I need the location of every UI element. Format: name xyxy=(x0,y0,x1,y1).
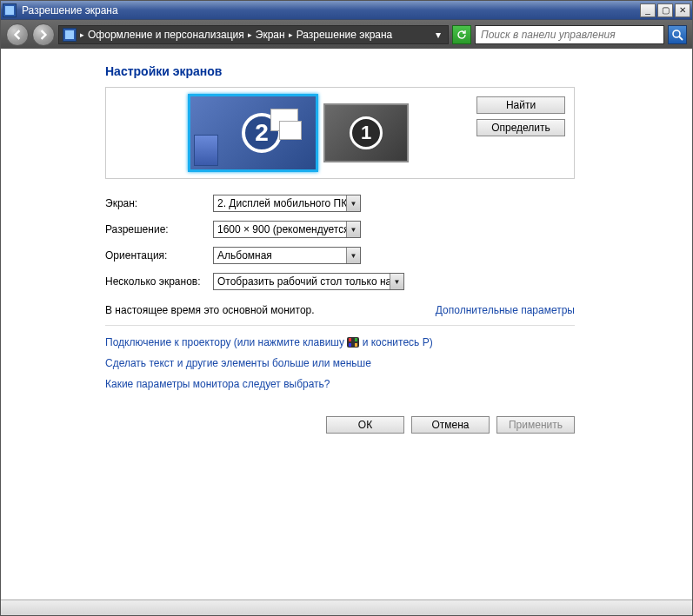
breadcrumb-seg-3[interactable]: Разрешение экрана xyxy=(297,29,393,41)
monitor-1-number: 1 xyxy=(350,116,383,149)
svg-point-0 xyxy=(673,30,680,37)
search-button[interactable] xyxy=(668,25,687,44)
search-input[interactable] xyxy=(479,28,660,42)
resolution-select[interactable]: 1600 × 900 (рекомендуется) ▼ xyxy=(213,221,361,238)
monitor-taskbar-icon xyxy=(194,135,218,166)
window-titlebar: Разрешение экрана _ ▢ ✕ xyxy=(1,1,692,20)
app-icon xyxy=(3,3,17,17)
ok-button[interactable]: ОК xyxy=(326,416,404,434)
dropdown-arrow-icon: ▼ xyxy=(346,222,360,237)
orientation-select[interactable]: Альбомная ▼ xyxy=(213,247,361,264)
breadcrumb-arrow-icon: ▸ xyxy=(248,30,252,39)
back-button[interactable] xyxy=(6,23,29,46)
breadcrumb-arrow-icon: ▸ xyxy=(80,30,84,39)
status-bar xyxy=(1,599,692,615)
monitor-1[interactable]: 1 xyxy=(323,103,409,162)
dropdown-arrow-icon: ▼ xyxy=(346,248,360,263)
control-panel-icon xyxy=(63,28,77,42)
monitor-windows-icon xyxy=(270,109,309,147)
svg-line-1 xyxy=(679,36,683,40)
content-area: Настройки экранов 2 1 Найти Определить Э… xyxy=(1,49,692,599)
dropdown-arrow-icon: ▼ xyxy=(390,274,403,289)
close-button[interactable]: ✕ xyxy=(675,3,690,17)
resolution-select-value: 1600 × 900 (рекомендуется) xyxy=(217,223,346,235)
breadcrumb-arrow-icon: ▸ xyxy=(289,30,293,39)
text-size-link[interactable]: Сделать текст и другие элементы больше и… xyxy=(105,357,371,369)
detect-button[interactable]: Определить xyxy=(476,119,565,136)
search-box[interactable] xyxy=(475,25,664,44)
find-button[interactable]: Найти xyxy=(476,96,565,114)
resolution-label: Разрешение: xyxy=(105,223,213,235)
address-dropdown-icon[interactable]: ▾ xyxy=(432,29,444,41)
windows-key-icon xyxy=(347,337,359,348)
orientation-select-value: Альбомная xyxy=(217,249,346,262)
monitor-2[interactable]: 2 xyxy=(188,94,318,172)
display-select-value: 2. Дисплей мобильного ПК xyxy=(217,197,346,209)
primary-monitor-status: В настоящее время это основной монитор. xyxy=(105,304,315,316)
breadcrumb-seg-1[interactable]: Оформление и персонализация xyxy=(88,29,244,41)
multi-display-select[interactable]: Отобразить рабочий стол только на 2 ▼ xyxy=(213,273,404,290)
projector-link[interactable]: Подключение к проектору (или нажмите кла… xyxy=(105,336,433,348)
dropdown-arrow-icon: ▼ xyxy=(346,195,360,211)
projector-link-text-post: и коснитесь P) xyxy=(359,336,432,348)
multi-display-select-value: Отобразить рабочий стол только на 2 xyxy=(217,275,390,288)
minimize-button[interactable]: _ xyxy=(640,3,656,17)
refresh-button[interactable] xyxy=(452,25,471,44)
address-bar[interactable]: ▸ Оформление и персонализация ▸ Экран ▸ … xyxy=(58,25,449,44)
projector-link-text-pre: Подключение к проектору (или нажмите кла… xyxy=(105,336,347,348)
display-select[interactable]: 2. Дисплей мобильного ПК ▼ xyxy=(213,195,361,212)
window-title: Разрешение экрана xyxy=(20,4,640,17)
forward-button[interactable] xyxy=(32,23,55,46)
orientation-label: Ориентация: xyxy=(105,249,213,262)
display-label: Экран: xyxy=(105,197,213,209)
navigation-bar: ▸ Оформление и персонализация ▸ Экран ▸ … xyxy=(1,20,692,50)
multi-display-label: Несколько экранов: xyxy=(105,275,213,288)
monitor-diagram: 2 1 Найти Определить xyxy=(105,87,575,179)
which-monitor-link[interactable]: Какие параметры монитора следует выбрать… xyxy=(105,378,330,390)
page-heading: Настройки экранов xyxy=(105,64,575,78)
advanced-settings-link[interactable]: Дополнительные параметры xyxy=(436,304,575,316)
maximize-button[interactable]: ▢ xyxy=(657,3,673,17)
breadcrumb-seg-2[interactable]: Экран xyxy=(256,29,285,41)
cancel-button[interactable]: Отмена xyxy=(411,416,490,434)
apply-button[interactable]: Применить xyxy=(496,416,575,434)
